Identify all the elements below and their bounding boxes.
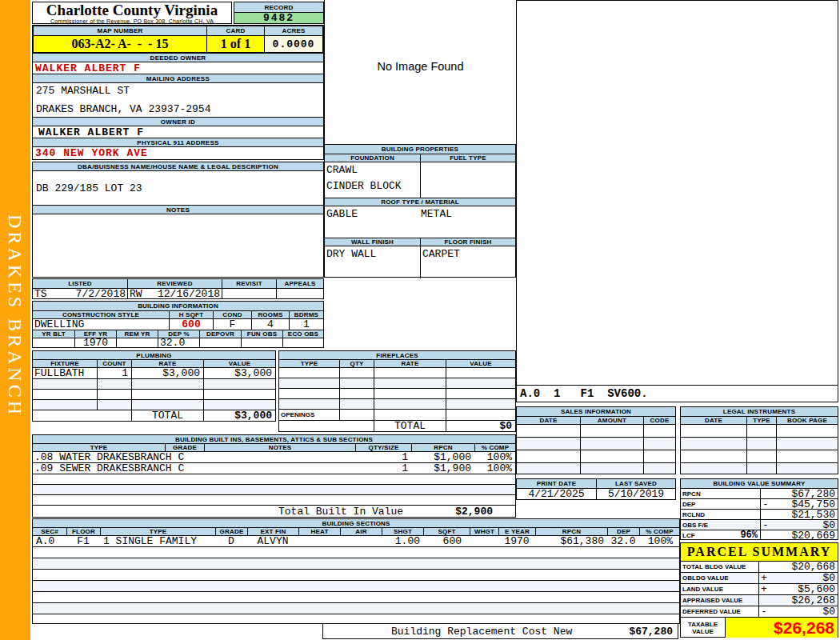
sales-code-header: CODE	[643, 417, 675, 424]
empty-row	[33, 558, 679, 569]
bvs-op: -	[761, 499, 769, 509]
sales-information-table: SALES INFORMATION DATE AMOUNT CODE	[516, 406, 676, 474]
last-saved-value: 5/10/2019	[596, 489, 675, 499]
count-header: COUNT	[97, 360, 131, 367]
commissioner-line: Commissioner of the Revenue, PO Box 308,…	[33, 18, 231, 24]
reviewed-date: 12/16/2018	[158, 289, 220, 298]
acres-label: ACRES	[264, 26, 322, 35]
empty-row	[33, 484, 515, 494]
fuel-type-label: FUEL TYPE	[420, 154, 515, 162]
fp-rate-header: RATE	[374, 360, 446, 367]
parcel-value: $26,268	[761, 595, 838, 606]
taxable-value-amount: $26,268	[725, 618, 838, 638]
construction-style-label: CONSTRUCTION STYLE	[33, 311, 169, 318]
no-image-message: No Image Found	[325, 60, 516, 73]
bs-air-value	[340, 536, 382, 546]
bvs-row: LCF96% $20,669	[681, 530, 838, 540]
sketch-label: A.0 1 F1 SV600.	[516, 385, 838, 402]
bs-dep-header: DEP	[607, 528, 639, 535]
parcel-label: TOTAL BLDG VALUE	[681, 562, 758, 572]
fireplaces-title: FIREPLACES	[279, 351, 515, 359]
empty-row	[33, 389, 275, 399]
parcel-label: DEFERRED VALUE	[681, 606, 758, 617]
map-number-value: 063-A2- A- - - 15	[34, 36, 206, 52]
openings-row: OPENINGS	[279, 409, 515, 420]
openings-label: OPENINGS	[279, 410, 339, 420]
bi-type-value: .08 WATER DRAKESBRANCH C	[33, 452, 257, 462]
reviewed-value: RW12/16/2018	[127, 289, 222, 298]
parcel-row: LAND VALUE +$5,600	[681, 583, 838, 594]
building-sections-table: BUILDING SECTIONS SEC# FLOOR TYPE GRADE …	[32, 518, 680, 624]
bs-heat-header: HEAT	[298, 528, 340, 535]
parcel-row: APPRAISED VALUE $26,268	[681, 594, 838, 606]
owner-id-value: WALKER ALBERT F	[32, 126, 324, 138]
reviewed-label: REVIEWED	[127, 279, 222, 288]
hsqft-value: 600	[169, 319, 213, 330]
bs-comp-value: 100%	[639, 536, 679, 546]
parcel-row: DEFERRED VALUE -$0	[681, 606, 838, 617]
parcel-value: $5,600	[767, 584, 838, 594]
last-saved-label: LAST SAVED	[596, 479, 675, 488]
bs-grade-value: D	[215, 536, 247, 546]
wall-finish-label: WALL FINISH	[325, 238, 420, 246]
parcel-value: $0	[767, 573, 838, 583]
bvs-op: -	[761, 520, 769, 530]
empty-row	[33, 591, 679, 602]
district-sidebar: DRAKES BRANCH	[0, 0, 30, 640]
cond-label: COND	[213, 311, 251, 318]
appeals-value	[276, 289, 323, 298]
parcel-summary-table: PARCEL SUMMARY TOTAL BLDG VALUE $20,668 …	[680, 542, 838, 638]
empty-row	[33, 602, 679, 614]
listed-date: 7/2/2018	[76, 289, 126, 298]
building-value-summary-title: BUILDING VALUE SUMMARY	[681, 479, 838, 488]
bvs-row: RCLND $21,530	[681, 509, 838, 519]
bs-floor-value: F1	[66, 536, 100, 546]
bi-qty-value: 1	[257, 463, 411, 474]
bi-comp-value: 100%	[474, 463, 515, 474]
depovr-value	[199, 338, 241, 347]
bdrms-label: BDRMS	[289, 311, 323, 318]
bs-rpcn-header: RPCN	[535, 528, 607, 535]
bs-whgt-value	[470, 536, 498, 546]
dep-label: DEP %	[158, 330, 199, 338]
bvs-label: RCLND	[682, 511, 705, 518]
count-value: 1	[97, 368, 131, 378]
empty-row	[33, 378, 275, 389]
county-title-box: Charlotte County Virginia Commissioner o…	[32, 2, 232, 24]
bs-extfin-value: ALVYN	[247, 536, 298, 546]
floor-finish-value: CARPET	[420, 246, 515, 278]
parcel-label: APPRAISED VALUE	[681, 595, 758, 606]
bi-qty-value: 1	[257, 452, 411, 462]
fireplaces-total-row: TOTAL $0	[279, 420, 515, 431]
ecoobs-label: ECO OBS	[282, 330, 323, 338]
bi-notes-header: NOTES	[204, 444, 355, 451]
reviewed-by: RW	[130, 289, 142, 298]
yrblt-value	[33, 338, 74, 347]
legal-bookpage-header: BOOK PAGE	[776, 417, 838, 424]
parcel-label: LAND VALUE	[681, 584, 758, 594]
built-ins-row: .08 WATER DRAKESBRANCH C 1 $1,000 100%	[33, 451, 515, 462]
bvs-row: DEP -$45,750	[681, 498, 838, 509]
foundation-line2: CINDER BLOCK	[326, 180, 402, 192]
remyr-label: REM YR	[116, 330, 158, 338]
mailing-address-box: 275 MARSHALL ST DRAKES BRANCH, VA 23937-…	[32, 82, 324, 118]
building-information-table: BUILDING INFORMATION CONSTRUCTION STYLE …	[32, 301, 324, 348]
built-ins-total-value: $2,900	[403, 506, 493, 517]
plumbing-total-label: TOTAL	[131, 410, 203, 421]
roof-type-value: GABLE	[325, 208, 421, 220]
built-ins-total-label: Total Built In Value	[278, 506, 403, 517]
depovr-label: DEPOVR	[199, 330, 241, 338]
effyr-value: 1970	[74, 338, 116, 347]
empty-row	[33, 569, 679, 580]
sketch-panel: A.0 1 F1 SV600.	[516, 0, 838, 386]
record-box: RECORD 9482	[234, 2, 324, 24]
plumbing-total-row: TOTAL $3,000	[33, 410, 275, 421]
value-header: VALUE	[203, 360, 275, 367]
parcel-summary-title: PARCEL SUMMARY	[681, 543, 838, 561]
cond-value: F	[213, 319, 251, 330]
built-ins-row: .09 SEWER DRAKESBRANCH C 1 $1,900 100%	[33, 462, 515, 474]
fp-qty-header: QTY	[339, 360, 374, 367]
bs-heat-value	[298, 536, 340, 546]
empty-row	[517, 424, 675, 437]
bi-type-value: .09 SEWER DRAKESBRANCH C	[33, 463, 257, 474]
